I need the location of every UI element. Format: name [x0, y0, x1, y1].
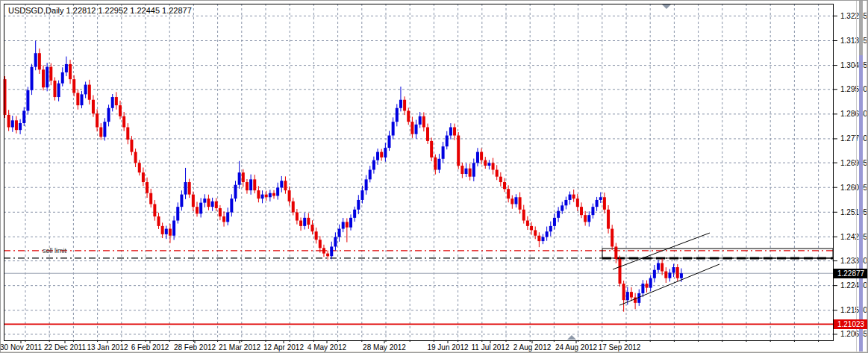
- candle-body: [330, 246, 333, 256]
- candle-body: [557, 211, 560, 218]
- x-axis-label: 30 Nov 2011: [1, 343, 42, 352]
- chart-canvas[interactable]: 1.322551.313551.304551.295801.286801.277…: [1, 1, 868, 353]
- candle-body: [399, 100, 402, 108]
- stop-level-badge: 1.21023: [834, 319, 868, 329]
- candle-body: [542, 237, 545, 242]
- y-axis-label: 1.28680: [840, 110, 868, 118]
- candle-body: [576, 199, 579, 207]
- candle-body: [157, 216, 160, 226]
- candle-body: [415, 125, 418, 134]
- candle-body: [472, 163, 475, 176]
- candle-body: [442, 146, 445, 159]
- candle-body: [641, 284, 644, 293]
- candle-body: [626, 292, 629, 300]
- y-axis-label: 1.24205: [840, 233, 868, 241]
- candle-body: [192, 195, 195, 207]
- candle-body: [88, 85, 91, 100]
- candle-body: [234, 185, 237, 199]
- candle-body: [107, 108, 110, 122]
- candle-body: [342, 222, 345, 228]
- y-axis-label: 1.29580: [840, 85, 868, 93]
- candle-body: [614, 246, 617, 259]
- candle-body: [480, 152, 483, 160]
- candle-body: [410, 122, 413, 134]
- candle-body: [622, 284, 625, 300]
- candle-body: [238, 172, 241, 185]
- vertical-scrollbar[interactable]: [859, 55, 863, 353]
- x-axis-label: 4 May 2012: [307, 343, 347, 352]
- candle-body: [422, 116, 425, 128]
- candle-body: [115, 97, 118, 105]
- candle-body: [591, 207, 594, 215]
- candle-body: [72, 79, 75, 93]
- candle-body: [460, 166, 463, 174]
- candle-body: [257, 190, 260, 199]
- candle-body: [680, 273, 683, 278]
- candle-body: [61, 72, 64, 84]
- candle-body: [99, 128, 102, 137]
- candle-body: [534, 230, 537, 235]
- candle-body: [580, 207, 583, 215]
- x-axis-label: 13 Jan 2012: [87, 343, 128, 352]
- candle-body: [607, 210, 610, 229]
- candle-body: [338, 229, 341, 237]
- candle-body: [138, 163, 141, 172]
- plot-border: [4, 4, 834, 341]
- candle-body: [292, 202, 295, 213]
- y-axis-label: 1.21530: [840, 306, 868, 314]
- candle-body: [81, 94, 84, 105]
- resistance-rectangle[interactable]: [602, 249, 833, 258]
- x-axis-label: 21 Mar 2012: [219, 343, 261, 352]
- chart-title-ohlc: USDSGD,Daily 1.22812 1.22952 1.22445 1.2…: [8, 6, 192, 15]
- candle-body: [537, 236, 540, 241]
- candle-body: [269, 193, 272, 198]
- y-axis-label: 1.26905: [840, 159, 868, 167]
- y-axis-label: 1.23330: [840, 257, 868, 265]
- candle-body: [546, 231, 549, 237]
- candle-body: [407, 110, 410, 122]
- candle-body: [553, 218, 556, 226]
- candle-body: [188, 182, 191, 195]
- candle-body: [146, 182, 149, 193]
- candle-body: [265, 195, 268, 198]
- candle-body: [596, 200, 599, 207]
- candle-body: [207, 199, 210, 207]
- chart-shift-marker-icon: [662, 4, 671, 9]
- axis-scroll-marker-icon: [567, 335, 576, 340]
- candle-body: [646, 284, 649, 288]
- candle-body: [530, 226, 533, 231]
- x-axis-label: 11 Jul 2012: [472, 343, 510, 352]
- candle-body: [469, 169, 472, 177]
- candle-body: [487, 163, 490, 166]
- candle-body: [603, 197, 606, 210]
- candle-body: [7, 115, 10, 128]
- candle-body: [242, 172, 245, 182]
- x-axis-label: 24 Aug 2012: [555, 343, 598, 352]
- x-axis-label: 28 Feb 2012: [174, 343, 216, 352]
- candle-body: [19, 123, 22, 130]
- candle-body: [661, 263, 664, 272]
- scrollbar-track-top: [859, 1, 863, 55]
- candle-body: [49, 67, 52, 81]
- candle-body: [288, 190, 291, 202]
- candle-body: [46, 67, 49, 88]
- candle-body: [587, 215, 590, 222]
- candle-body: [446, 136, 449, 147]
- candle-body: [196, 207, 199, 213]
- candle-body: [676, 267, 679, 278]
- candle-body: [465, 169, 468, 174]
- x-axis-label: 28 May 2012: [363, 343, 406, 352]
- candle-body: [437, 159, 440, 170]
- candle-body: [122, 116, 125, 128]
- candle-body: [134, 152, 137, 163]
- candle-body: [299, 221, 302, 226]
- candle-body: [507, 189, 510, 199]
- candle-body: [42, 69, 45, 87]
- candle-body: [365, 179, 368, 190]
- candle-body: [26, 90, 29, 111]
- candle-body: [222, 216, 225, 222]
- candle-body: [619, 259, 622, 284]
- candle-body: [380, 152, 383, 157]
- y-axis-label: 1.30455: [840, 61, 868, 69]
- candle-body: [572, 195, 575, 199]
